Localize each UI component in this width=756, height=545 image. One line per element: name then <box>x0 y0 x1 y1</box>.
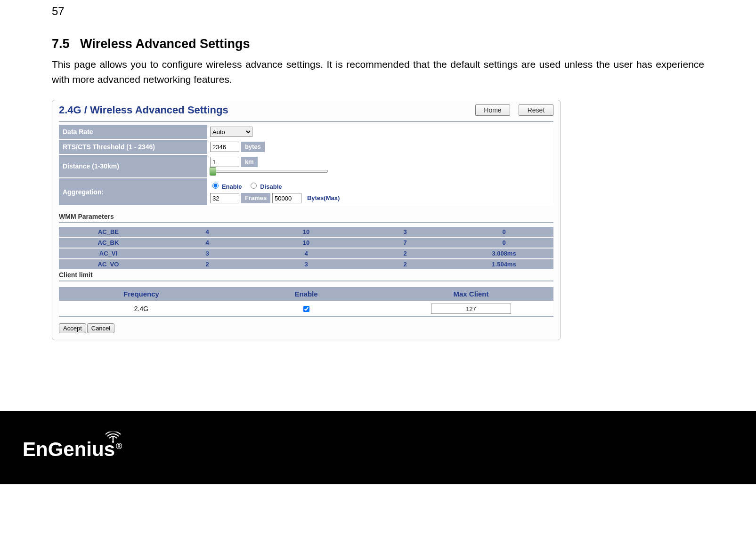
client-freq: 2.4G <box>59 301 224 316</box>
antenna-icon <box>104 432 118 441</box>
distance-unit: km <box>241 157 258 167</box>
brand-logo: EnGenius® <box>23 438 122 461</box>
aggregation-bytes-input[interactable] <box>272 193 301 203</box>
client-limit-table: Frequency Enable Max Client 2.4G <box>59 286 553 317</box>
wmm-row: AC_VO 2 3 2 1.504ms <box>59 259 553 269</box>
config-title: 2.4G / Wireless Advanced Settings <box>59 104 228 116</box>
aggregation-enable-radio[interactable] <box>212 183 219 189</box>
home-button[interactable]: Home <box>475 104 510 116</box>
section-title: Wireless Advanced Settings <box>80 37 250 51</box>
rts-input[interactable] <box>210 142 239 152</box>
client-enable-checkbox[interactable] <box>303 306 309 312</box>
aggregation-enable-label: Enable <box>222 183 242 190</box>
wmm-name: AC_BE <box>59 226 158 237</box>
client-header-enable: Enable <box>224 287 389 301</box>
aggregation-frames-label: Frames <box>241 193 270 203</box>
wmm-c1: 4 <box>158 226 257 237</box>
aggregation-disable-label: Disable <box>260 183 282 190</box>
aggregation-label: Aggregation: <box>59 178 207 206</box>
wmm-c2: 10 <box>257 226 356 237</box>
reset-button[interactable]: Reset <box>519 104 553 116</box>
client-header-freq: Frequency <box>59 287 224 301</box>
page-number: 57 <box>52 5 704 18</box>
wmm-row: AC_BK 4 10 7 0 <box>59 237 553 248</box>
cancel-button[interactable]: Cancel <box>87 323 114 333</box>
data-rate-select[interactable]: Auto <box>210 127 252 137</box>
aggregation-bytes-label: Bytes(Max) <box>303 193 343 203</box>
rts-unit: bytes <box>241 142 265 152</box>
distance-slider[interactable] <box>210 170 328 173</box>
wmm-c4: 0 <box>455 226 553 237</box>
aggregation-frames-input[interactable] <box>210 193 239 203</box>
client-row: 2.4G <box>59 301 553 316</box>
svg-point-0 <box>112 441 114 443</box>
settings-form-table: Data Rate Auto RTS/CTS Threshold (1 - 23… <box>59 125 553 206</box>
distance-input[interactable] <box>210 157 239 167</box>
brand-name: EnGenius <box>23 438 115 460</box>
client-max-input[interactable] <box>431 304 511 314</box>
section-heading: 7.5 Wireless Advanced Settings <box>52 37 704 51</box>
rts-label: RTS/CTS Threshold (1 - 2346) <box>59 139 207 154</box>
distance-label: Distance (1-30km) <box>59 154 207 178</box>
aggregation-disable-radio[interactable] <box>251 183 257 189</box>
wmm-row: AC_VI 3 4 2 3.008ms <box>59 248 553 259</box>
wmm-row: AC_BE 4 10 3 0 <box>59 226 553 237</box>
registered-icon: ® <box>116 441 122 451</box>
config-panel: 2.4G / Wireless Advanced Settings Home R… <box>52 100 561 340</box>
wmm-c3: 3 <box>356 226 455 237</box>
accept-button[interactable]: Accept <box>59 323 86 333</box>
section-number: 7.5 <box>52 37 70 51</box>
wmm-table: AC_BE 4 10 3 0 AC_BK 4 10 7 0 AC_VI 3 4 … <box>59 226 553 269</box>
wmm-heading: WMM Parameters <box>59 213 553 220</box>
client-header-max: Max Client <box>389 287 553 301</box>
section-intro: This page allows you to configure wirele… <box>52 57 704 87</box>
client-limit-heading: Client limit <box>59 271 553 279</box>
data-rate-label: Data Rate <box>59 125 207 139</box>
